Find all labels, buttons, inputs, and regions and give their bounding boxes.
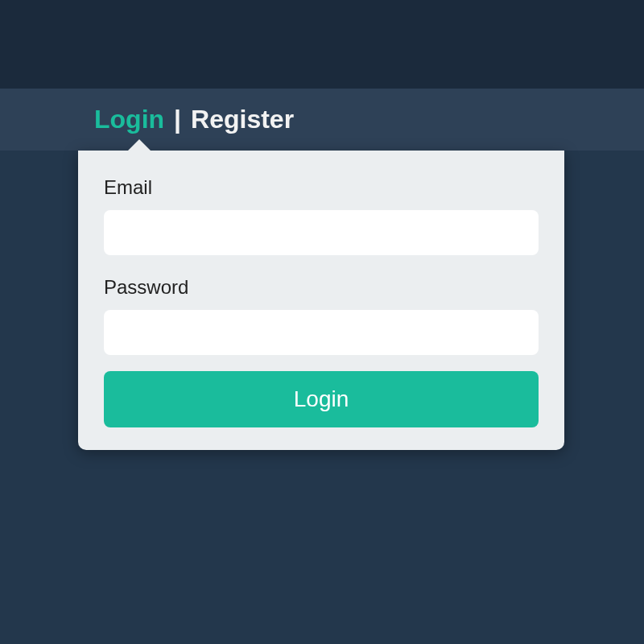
- email-label: Email: [104, 176, 539, 199]
- tab-register[interactable]: Register: [191, 105, 294, 134]
- password-input[interactable]: [104, 310, 539, 355]
- login-button[interactable]: Login: [104, 371, 539, 427]
- top-banner: [0, 0, 644, 89]
- tab-separator: |: [174, 105, 181, 134]
- header-bar: Login | Register: [0, 89, 644, 151]
- password-label: Password: [104, 276, 539, 299]
- email-input[interactable]: [104, 210, 539, 255]
- tab-login[interactable]: Login: [94, 105, 164, 134]
- login-form-panel: Email Password Login: [78, 151, 564, 450]
- auth-tabs: Login | Register: [94, 105, 644, 134]
